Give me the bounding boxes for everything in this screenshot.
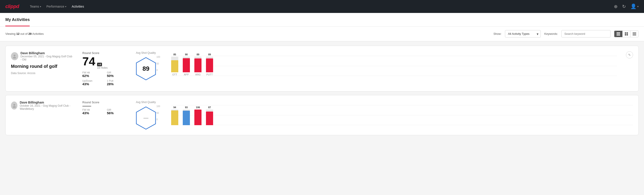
grid-line-100 [171,56,617,56]
toolbar: Viewing 12 out of 29 Activities Show: Al… [0,26,644,41]
avatar [11,102,18,110]
activity-title: Morning round of golf [11,64,74,69]
viewing-count-text: Viewing 12 out of 29 Activities [5,32,490,36]
edit-button[interactable]: ✎ [626,51,633,58]
bar-value-app: 90 [185,53,188,56]
svg-rect-5 [625,34,626,36]
score-value: 74 [82,56,95,67]
view-grid-button[interactable] [622,31,630,37]
bar-chart: 100 50 0 85 [163,56,617,76]
svg-point-14 [14,104,15,106]
bar-fill-arg [194,58,202,72]
gir-value: 56% [107,111,127,115]
bar-fill-2 [183,111,190,125]
activity-type-select-wrapper: All Activity Types [505,30,541,38]
bar-fill-1 [171,110,178,125]
bar-fill-4 [206,112,213,125]
up-down-label: Up/Down [82,80,102,82]
gir-label: GIR [107,71,127,74]
keywords-label: Keywords: [544,32,558,36]
bar-value-arg: 89 [196,53,199,56]
avg-shot-quality-label: Avg Shot Quality [136,100,156,104]
up-down-value: 43% [82,82,102,86]
activity-card: Dave Billingham December 05, 2021 - Gog … [5,46,639,92]
score-badge: +4 [97,63,102,66]
bar-group-arg: 89 ARG [194,53,202,76]
avatar-icon: 👤 [630,4,636,9]
header-right: ⊕ ↻ 👤 ▾ [614,4,639,9]
one-putt-label: 1 Putt [107,80,127,82]
teams-chevron-icon: ▾ [40,5,41,8]
bar-value-4: 87 [208,106,211,109]
bar-value-putt: 89 [208,53,211,56]
card-left: Dave Billingham October 16, 2021 - Gog M… [11,100,74,113]
svg-rect-8 [632,33,636,34]
header: clippd Teams ▾ Performance ▾ Activities … [0,0,644,13]
user-info: Dave Billingham December 05, 2021 - Gog … [11,51,74,61]
holes-label: 18 Holes [97,66,108,70]
activities-list: Dave Billingham December 05, 2021 - Gog … [0,41,644,143]
refresh-icon[interactable]: ↻ [622,4,626,9]
bar-fill-3 [194,110,202,125]
bar-label-app: APP [184,73,189,76]
svg-rect-7 [632,32,636,33]
fw-hit-label: FW Hit [82,71,102,74]
bar-value-2: 93 [185,106,188,109]
hexagon-score: — [136,106,156,130]
fw-hit-value: 43% [82,111,102,115]
score-dash [82,106,91,107]
bar-group-ott: 85 OTT [171,53,178,76]
svg-point-15 [13,106,16,108]
add-icon[interactable]: ⊕ [614,4,618,9]
user-name: Dave Billingham [20,51,74,55]
user-date: December 05, 2021 - Gog Magog Golf Club … [20,55,74,61]
bar-track-ott [171,57,178,72]
bar-group-putt: 89 PUTT [206,53,213,76]
activity-card: Dave Billingham October 16, 2021 - Gog M… [5,95,639,135]
svg-rect-3 [625,32,626,34]
bar-group-4: 87 [206,106,213,125]
bar-fill-app [183,58,190,72]
avatar [11,52,18,60]
hex-score-value: — [144,115,148,121]
round-score-label: Round Score [82,100,127,104]
round-score-section: Round Score 74 +4 18 Holes FW Hit 62% GI… [82,51,127,86]
fw-hit-label: FW Hit [82,108,102,111]
view-mode-buttons [614,30,639,37]
avg-shot-quality-label: Avg Shot Quality [136,51,156,54]
bars-row: 85 OTT 90 APP [171,56,617,76]
avatar-chevron-icon: ▾ [637,5,639,8]
nav-performance[interactable]: Performance ▾ [46,4,66,9]
nav-teams[interactable]: Teams ▾ [30,4,41,9]
gir-value: 50% [107,74,127,78]
activity-type-select[interactable]: All Activity Types [505,30,541,38]
shot-quality-section: Avg Shot Quality — 100 50 0 [136,100,633,130]
svg-point-12 [13,57,16,58]
bar-track-3 [194,110,202,125]
svg-rect-1 [616,34,620,34]
svg-rect-2 [616,35,620,36]
show-label: Show: [494,32,502,36]
performance-chevron-icon: ▾ [65,5,66,8]
one-putt-value: 28% [107,82,127,86]
data-source: Data Source: Arccos [11,72,74,75]
svg-rect-10 [632,35,636,36]
fw-hit-value: 62% [82,74,102,78]
bar-value-3: 106 [196,106,200,109]
view-list-detail-button[interactable] [614,31,622,37]
logo: clippd [5,4,19,9]
bar-value-ott: 85 [174,53,176,56]
bar-label-arg: ARG [195,73,200,76]
search-input[interactable] [562,30,610,38]
bar-fill-putt [206,58,213,72]
user-avatar-button[interactable]: 👤 ▾ [630,4,639,9]
round-score-label: Round Score [82,51,127,55]
bar-track-app [183,57,190,72]
bars-row: 94 93 [171,105,633,125]
round-score-section: Round Score FW Hit 43% GIR 56% [82,100,127,115]
nav-activities[interactable]: Activities [72,4,84,9]
grid-line-50 [171,66,617,66]
view-list-compact-button[interactable] [630,31,638,37]
y-axis: 100 50 0 [156,105,160,121]
card-left: Dave Billingham December 05, 2021 - Gog … [11,51,74,75]
